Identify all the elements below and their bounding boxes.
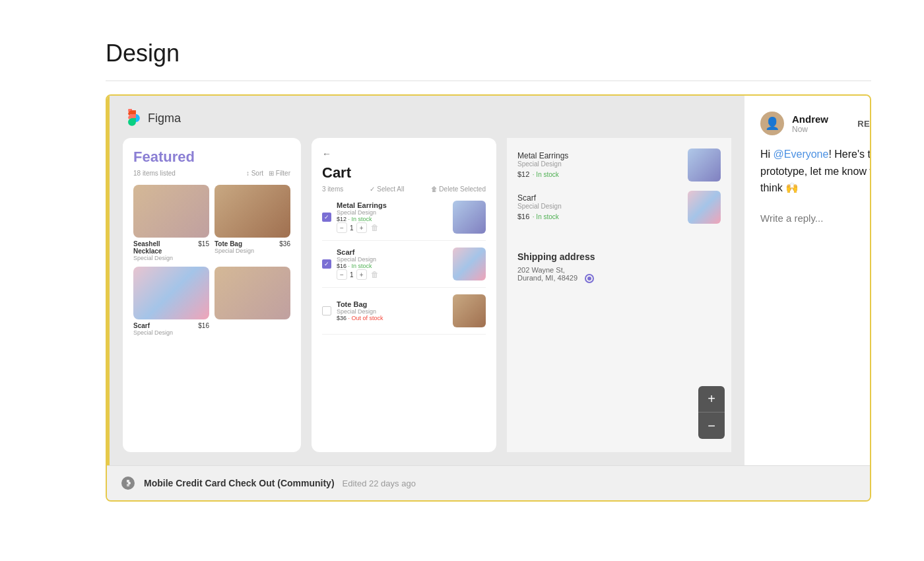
product-card[interactable]: SeashellNecklace $15 Special Design (133, 185, 209, 261)
cart-item-image (453, 201, 486, 234)
cart-item-price: $36 (337, 315, 346, 321)
cart-checkbox-empty[interactable] (322, 306, 331, 315)
main-card: Figma Featured 18 items listed ↕ Sort ⊞ … (106, 94, 871, 502)
product-sub: Special Design (133, 329, 209, 336)
figma-title: Figma (148, 112, 181, 125)
ext-item: Scarf Special Design $16 · In stock (517, 191, 721, 224)
comment-meta: Andrew Now (792, 114, 849, 134)
cart-item-sub: Special Design (337, 209, 447, 216)
featured-title: Featured (133, 148, 290, 166)
card-body: Figma Featured 18 items listed ↕ Sort ⊞ … (107, 96, 870, 465)
zoom-in-button[interactable]: + (698, 386, 725, 412)
footer-filename: Mobile Credit Card Check Out (Community) (144, 478, 335, 488)
product-sub: Special Design (133, 255, 209, 261)
product-name: SeashellNecklace (133, 240, 162, 255)
comment-mention[interactable]: @Everyone (774, 148, 829, 160)
page-container: Design Figma (0, 0, 924, 541)
ext-item-image (688, 148, 721, 182)
figma-screens: Featured 18 items listed ↕ Sort ⊞ Filter (123, 138, 731, 452)
qty-decrease[interactable]: − (337, 222, 347, 233)
ext-item-price-row: $12 · In stock (517, 168, 682, 180)
resolve-button[interactable]: RESOLVE (857, 119, 871, 129)
cart-item-qty: − 1 + 🗑 (337, 222, 447, 233)
ext-item-image (688, 191, 721, 224)
delete-item-icon[interactable]: 🗑 (370, 222, 380, 233)
figma-logo-icon (123, 109, 141, 127)
card-footer: Mobile Credit Card Check Out (Community)… (107, 465, 870, 500)
cart-item-info: Scarf Special Design $16 · In stock − 1 … (337, 248, 447, 280)
cart-select-all[interactable]: ✓ Select All (370, 185, 404, 193)
zoom-controls: + − (698, 386, 725, 439)
footer-figma-icon (120, 475, 136, 491)
ext-item-price-row: $16 · In stock (517, 210, 682, 222)
check-icon: ✓ (324, 261, 329, 267)
cart-item-price: $16 (337, 263, 346, 269)
comment-prefix: Hi (760, 148, 774, 160)
reply-input[interactable] (760, 213, 871, 224)
shipping-address: 202 Wayne St, Durand, MI, 48429 (517, 266, 721, 283)
product-price: $16 (198, 322, 209, 329)
product-card[interactable]: Scarf $16 Special Design (133, 267, 209, 336)
ext-in-stock: · In stock (533, 213, 559, 220)
cart-item: ✓ Scarf Special Design $16 · In stock (322, 248, 486, 288)
product-card[interactable] (214, 267, 290, 336)
comment-reply-area: REPLY (760, 213, 871, 224)
comment-body: Hi @Everyone! Here's the prototype, let … (760, 146, 871, 197)
ext-in-stock: · In stock (533, 171, 559, 178)
cart-meta: 3 items ✓ Select All 🗑 Delete Selected (322, 185, 486, 193)
cart-item-info: Metal Earrings Special Design $12 · In s… (337, 201, 447, 233)
qty-increase[interactable]: + (356, 222, 367, 233)
cart-item-sub: Special Design (337, 256, 447, 263)
cart-item-image (453, 248, 486, 280)
product-price: $36 (279, 240, 290, 248)
product-image (133, 267, 209, 319)
cart-item-name: Metal Earrings (337, 201, 447, 209)
product-row: Tote Bag $36 (214, 240, 290, 248)
radio-dot[interactable] (585, 274, 594, 283)
figma-logo-row: Figma (123, 109, 731, 127)
cart-checkbox[interactable]: ✓ (322, 213, 331, 222)
cart-item-price: $12 (337, 216, 346, 222)
product-name: Tote Bag (214, 240, 242, 248)
extended-panel: Metal Earrings Special Design $12 · In s… (507, 138, 731, 452)
cart-title: Cart (322, 164, 486, 182)
ext-item: Metal Earrings Special Design $12 · In s… (517, 148, 721, 182)
items-count: 18 items listed (133, 170, 176, 177)
product-card[interactable]: Tote Bag $36 Special Design (214, 185, 290, 261)
cart-checkbox[interactable]: ✓ (322, 259, 331, 269)
product-row: SeashellNecklace $15 (133, 240, 209, 255)
comment-header: 👤 Andrew Now RESOLVE ⋮ (760, 112, 871, 135)
svg-point-1 (128, 482, 131, 484)
shipping-line1: 202 Wayne St, (517, 266, 565, 274)
comment-actions: RESOLVE ⋮ (857, 116, 871, 131)
avatar: 👤 (760, 112, 784, 135)
cart-delete-selected[interactable]: 🗑 Delete Selected (431, 185, 486, 193)
cart-items-count: 3 items (322, 185, 343, 193)
zoom-out-button[interactable]: − (698, 412, 725, 439)
radio-inner (587, 277, 591, 280)
comment-panel: 👤 Andrew Now RESOLVE ⋮ Hi @Everyone! Her… (744, 96, 871, 465)
shipping-title: Shipping address (517, 251, 721, 262)
filter-label[interactable]: ⊞ Filter (269, 170, 290, 177)
qty-value: 1 (350, 224, 354, 232)
product-row: Scarf $16 (133, 322, 209, 329)
product-image (214, 185, 290, 238)
sort-label[interactable]: ↕ Sort (246, 170, 263, 177)
qty-increase[interactable]: + (356, 269, 367, 280)
ext-item-info: Metal Earrings Special Design $12 · In s… (517, 151, 682, 180)
ext-items: Metal Earrings Special Design $12 · In s… (507, 138, 731, 244)
shipping-section: Shipping address 202 Wayne St, Durand, M… (507, 244, 731, 291)
cart-item-status: $36 · Out of stock (337, 315, 447, 321)
ext-item-sub: Special Design (517, 203, 682, 210)
footer-edited: Edited 22 days ago (343, 478, 416, 488)
in-stock-badge: · In stock (348, 216, 372, 222)
screen-cart: ← Cart 3 items ✓ Select All 🗑 Delete Sel… (312, 138, 496, 452)
comment-author: Andrew (792, 114, 849, 125)
cart-back-icon[interactable]: ← (322, 148, 486, 159)
featured-meta-actions: ↕ Sort ⊞ Filter (246, 170, 290, 177)
cart-item-name: Scarf (337, 248, 447, 256)
qty-decrease[interactable]: − (337, 269, 347, 280)
screen-featured: Featured 18 items listed ↕ Sort ⊞ Filter (123, 138, 301, 452)
cart-item-sub: Special Design (337, 308, 447, 315)
delete-item-icon[interactable]: 🗑 (370, 269, 380, 280)
